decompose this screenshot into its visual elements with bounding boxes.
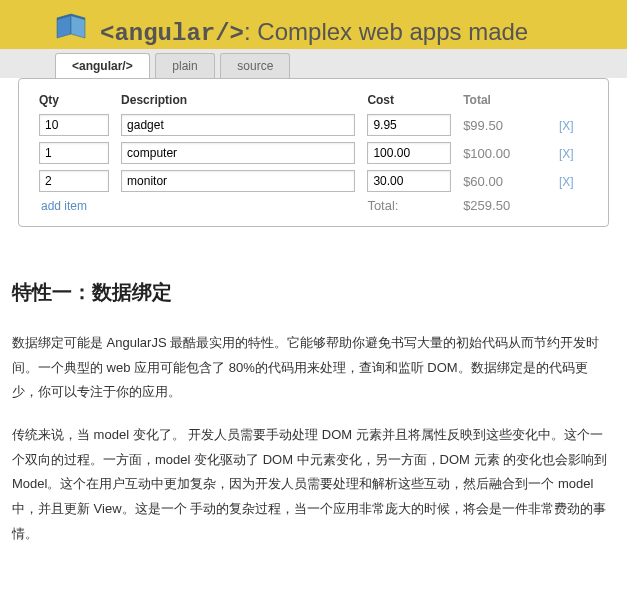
- banner-rest: : Complex web apps made: [244, 18, 528, 45]
- cost-input[interactable]: [367, 114, 451, 136]
- header-qty: Qty: [33, 89, 115, 111]
- header-cost: Cost: [361, 89, 457, 111]
- cost-input[interactable]: [367, 170, 451, 192]
- row-total: $60.00: [457, 167, 553, 195]
- article-p1: 数据绑定可能是 AngularJS 最酷最实用的特性。它能够帮助你避免书写大量的…: [12, 331, 609, 405]
- header-total: Total: [457, 89, 553, 111]
- add-item-link[interactable]: add item: [39, 199, 87, 213]
- row-total: $100.00: [457, 139, 553, 167]
- table-header-row: Qty Description Cost Total: [33, 89, 594, 111]
- total-value: $259.50: [457, 195, 553, 216]
- remove-link[interactable]: [X]: [559, 119, 574, 133]
- cost-input[interactable]: [367, 142, 451, 164]
- article: 特性一：数据绑定 数据绑定可能是 AngularJS 最酷最实用的特性。它能够帮…: [0, 227, 627, 583]
- tab-plain[interactable]: plain: [155, 53, 214, 78]
- desc-input[interactable]: [121, 114, 355, 136]
- row-total: $99.50: [457, 111, 553, 139]
- tab-angular[interactable]: <angular/>: [55, 53, 150, 78]
- remove-link[interactable]: [X]: [559, 147, 574, 161]
- table-row: $99.50 [X]: [33, 111, 594, 139]
- article-heading: 特性一：数据绑定: [12, 279, 609, 306]
- remove-link[interactable]: [X]: [559, 175, 574, 189]
- book-icon: [55, 12, 91, 43]
- qty-input[interactable]: [39, 170, 109, 192]
- angular-tag: <angular/>: [100, 20, 244, 47]
- banner-title: <angular/>: Complex web apps made: [100, 18, 607, 47]
- tab-source[interactable]: source: [220, 53, 290, 78]
- total-label: Total:: [361, 195, 457, 216]
- desc-input[interactable]: [121, 142, 355, 164]
- header-desc: Description: [115, 89, 361, 111]
- qty-input[interactable]: [39, 114, 109, 136]
- qty-input[interactable]: [39, 142, 109, 164]
- table-row: $100.00 [X]: [33, 139, 594, 167]
- article-p2: 传统来说，当 model 变化了。 开发人员需要手动处理 DOM 元素并且将属性…: [12, 423, 609, 546]
- desc-input[interactable]: [121, 170, 355, 192]
- cart-table: Qty Description Cost Total $99.50 [X] $1…: [33, 89, 594, 216]
- table-footer-row: add item Total: $259.50: [33, 195, 594, 216]
- tabs: <angular/> plain source: [0, 49, 627, 78]
- example-panel: Qty Description Cost Total $99.50 [X] $1…: [18, 78, 609, 227]
- table-row: $60.00 [X]: [33, 167, 594, 195]
